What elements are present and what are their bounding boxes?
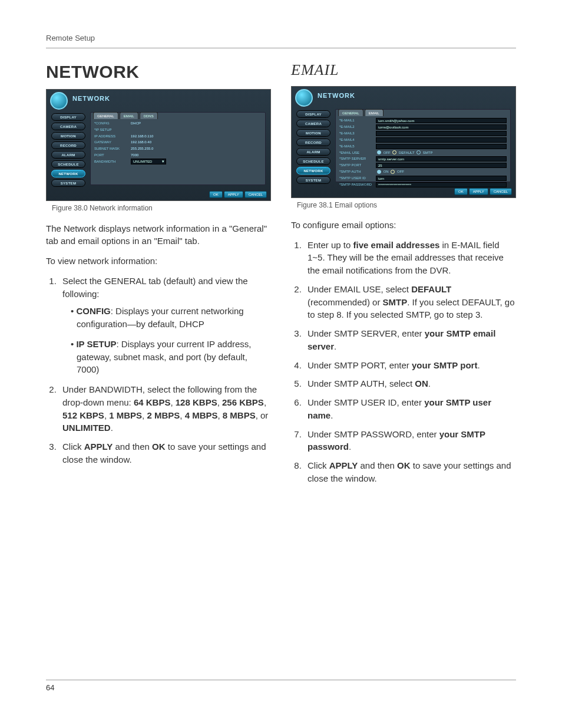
- shot-body: *CONFIGDHCP*IP SETUPIP ADDRESS192.168.0.…: [94, 121, 262, 182]
- field-row: *SMTP SERVERsmtp.server.com: [339, 156, 507, 162]
- sidebar-item-camera[interactable]: CAMERA: [51, 123, 85, 130]
- email-step: Under SMTP SERVER, enter your SMTP email…: [304, 327, 516, 353]
- bullet-ipsetup: IP SETUP: Displays your current IP addre…: [71, 338, 271, 376]
- field-value: 192.168.0.110: [131, 134, 153, 139]
- radio-off[interactable]: [391, 170, 395, 174]
- field-value: DHCP: [131, 121, 141, 126]
- sidebar-item-record[interactable]: RECORD: [51, 141, 85, 149]
- field-row: PORT7000: [94, 153, 262, 158]
- tab-general[interactable]: GENERAL: [93, 112, 118, 119]
- text-input[interactable]: 25: [376, 163, 507, 168]
- field-row: *SMTP AUTH ON OFF: [339, 169, 507, 174]
- email-step: Enter up to five email addresses in E-MA…: [304, 239, 516, 277]
- shot-body: *E-MAIL1tom.smith@yahoo.com*E-MAIL2toms@…: [339, 118, 507, 179]
- field-label: *E-MAIL1: [339, 118, 376, 123]
- logo-orb-icon: [50, 92, 68, 110]
- sidebar-item-alarm[interactable]: ALARM: [51, 151, 85, 159]
- sidebar-item-display[interactable]: DISPLAY: [51, 113, 85, 121]
- radio-label: SMTP: [422, 151, 432, 154]
- email-row: *E-MAIL3: [339, 131, 507, 136]
- field-label: *SMTP USER ID: [339, 176, 376, 181]
- radio-label: OFF: [396, 170, 404, 173]
- field-label: *CONFIG: [94, 121, 131, 126]
- email-input[interactable]: toms@outlook.com: [376, 124, 507, 130]
- field-label: *IP SETUP: [94, 127, 131, 133]
- tab-email[interactable]: EMAIL: [120, 112, 138, 119]
- radio-label: OFF: [382, 151, 391, 154]
- field-label: *E-MAIL3: [339, 131, 376, 136]
- email-input[interactable]: [376, 137, 507, 143]
- field-label: *SMTP SERVER: [339, 156, 376, 162]
- ok-button[interactable]: OK: [454, 188, 468, 195]
- tab-general[interactable]: GENERAL: [338, 109, 363, 116]
- field-label: GATEWAY: [94, 140, 131, 145]
- field-value: 7000: [131, 153, 138, 158]
- sidebar-item-motion[interactable]: MOTION: [51, 132, 85, 140]
- network-lead: To view network information:: [46, 255, 271, 268]
- tab-email[interactable]: EMAIL: [365, 109, 384, 116]
- email-row: *E-MAIL5: [339, 144, 507, 149]
- cancel-button[interactable]: CANCEL: [490, 188, 512, 195]
- field-row: *SMTP USER IDtom: [339, 176, 507, 181]
- email-input[interactable]: [376, 131, 507, 136]
- field-label: *SMTP PASSWORD: [339, 182, 376, 187]
- field-label: IP ADDRESS: [94, 134, 131, 139]
- figure-caption-right: Figure 38.1 Email options: [297, 200, 516, 210]
- sidebar-item-record[interactable]: RECORD: [296, 139, 330, 146]
- radio-off[interactable]: [377, 150, 381, 154]
- radio-on[interactable]: [377, 170, 381, 174]
- radio-group: OFF DEFAULT SMTP: [376, 150, 432, 156]
- step-2: Under BANDWIDTH, select the following fr…: [59, 383, 271, 434]
- field-row: *SMTP PASSWORD************************: [339, 182, 507, 187]
- tab-ddns[interactable]: DDNS: [140, 112, 158, 119]
- sidebar-item-schedule[interactable]: SCHEDULE: [296, 157, 330, 165]
- email-input[interactable]: [376, 144, 507, 149]
- field-row: *CONFIGDHCP: [94, 121, 262, 126]
- sidebar-item-schedule[interactable]: SCHEDULE: [51, 160, 85, 168]
- field-row: GATEWAY192.168.0.40: [94, 140, 262, 145]
- shot-title: NETWORK: [72, 94, 110, 104]
- sidebar-item-display[interactable]: DISPLAY: [296, 110, 330, 118]
- sidebar-item-network[interactable]: NETWORK: [296, 167, 330, 174]
- sidebar-item-motion[interactable]: MOTION: [296, 129, 330, 137]
- field-row: *EMAIL USE OFF DEFAULT SMTP: [339, 150, 507, 156]
- left-column: NETWORK NETWORK DISPLAYCAMERAMOTIONRECOR…: [46, 59, 271, 491]
- field-label: *E-MAIL4: [339, 137, 376, 143]
- text-input[interactable]: tom: [376, 176, 507, 181]
- field-value: 255.255.255.0: [131, 146, 153, 151]
- email-step: Under SMTP PORT, enter your SMTP port.: [304, 359, 516, 372]
- sidebar-item-camera[interactable]: CAMERA: [296, 120, 330, 127]
- network-intro: The Network displays network information…: [46, 222, 271, 248]
- step-1-text: Select the GENERAL tab (default) and vie…: [62, 276, 248, 299]
- text-input[interactable]: ************************: [376, 182, 507, 187]
- email-input[interactable]: tom.smith@yahoo.com: [376, 118, 507, 123]
- apply-button[interactable]: APPLY: [224, 191, 243, 198]
- sidebar-item-system[interactable]: SYSTEM: [51, 179, 85, 187]
- email-row: *E-MAIL1tom.smith@yahoo.com: [339, 118, 507, 123]
- header-rule: [46, 48, 516, 48]
- field-label: *E-MAIL2: [339, 124, 376, 130]
- cancel-button[interactable]: CANCEL: [244, 191, 267, 198]
- email-screenshot: NETWORK DISPLAYCAMERAMOTIONRECORDALARMSC…: [291, 86, 516, 198]
- email-step: Under SMTP USER ID, enter your SMTP user…: [304, 396, 516, 422]
- sidebar-item-network[interactable]: NETWORK: [51, 170, 85, 177]
- figure-caption-left: Figure 38.0 Network information: [52, 203, 271, 213]
- email-step: Under EMAIL USE, select DEFAULT (recomme…: [304, 283, 516, 321]
- field-label: PORT: [94, 153, 131, 158]
- radio-smtp[interactable]: [416, 150, 421, 154]
- shot-tabs: GENERALEMAIL: [338, 109, 384, 116]
- shot-sidebar: DISPLAYCAMERAMOTIONRECORDALARMSCHEDULENE…: [296, 110, 330, 184]
- sidebar-item-alarm[interactable]: ALARM: [296, 148, 330, 156]
- sidebar-item-system[interactable]: SYSTEM: [296, 176, 330, 184]
- radio-default[interactable]: [392, 150, 396, 154]
- bandwidth-select[interactable]: UNLIMITED: [131, 159, 166, 164]
- apply-button[interactable]: APPLY: [469, 188, 488, 195]
- field-label: *EMAIL USE: [339, 150, 376, 156]
- ok-button[interactable]: OK: [209, 191, 223, 198]
- email-step: Under SMTP PASSWORD, enter your SMTP pas…: [304, 428, 516, 454]
- page-header: Remote Setup: [46, 33, 516, 44]
- field-row: *IP SETUP: [94, 127, 262, 133]
- field-row: SUBNET MASK255.255.255.0: [94, 146, 262, 151]
- text-input[interactable]: smtp.server.com: [376, 156, 507, 162]
- shot-tabs: GENERALEMAILDDNS: [93, 112, 158, 119]
